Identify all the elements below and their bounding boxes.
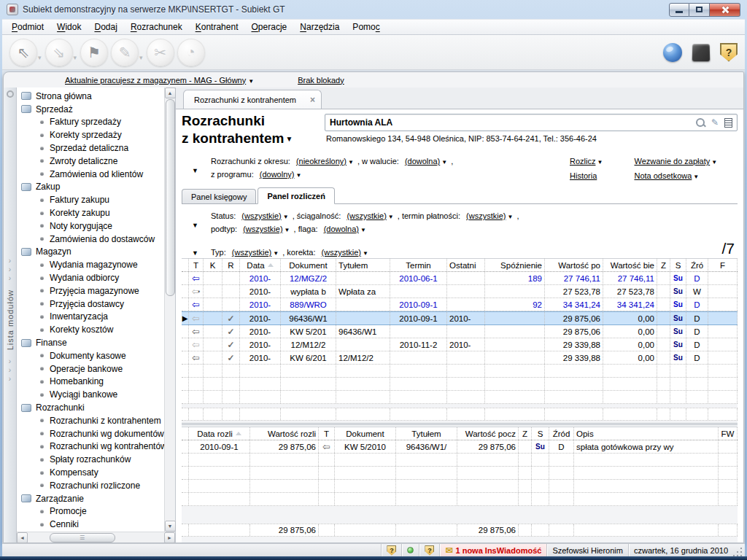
sidebar-item-wydania-magazynowe[interactable]: Wydania magazynowe (17, 258, 164, 271)
nota-link[interactable]: Nota odsetkowa (634, 171, 692, 180)
filter-podtyp-value[interactable]: (wszystkie) (243, 225, 282, 233)
filter-typ-value[interactable]: (wszystkie) (232, 248, 271, 257)
column-header-r[interactable]: R (222, 259, 240, 271)
collapse-filter-icon[interactable]: ▼ (192, 155, 211, 182)
tab-rozrachunki-z-kontrahentem[interactable]: Rozrachunki z kontrahentem × (183, 90, 322, 109)
close-button[interactable] (710, 3, 740, 17)
sidebar-section-strona-glowna[interactable]: Strona główna (17, 90, 164, 103)
filter-korekta-value[interactable]: (wszystkie) (322, 248, 361, 257)
sidebar-item-korekty-zakupu[interactable]: Korekty zakupu (17, 206, 164, 219)
column-header-ostatni[interactable]: Ostatni (447, 259, 485, 271)
column-header-t[interactable]: T (319, 427, 335, 440)
column-header-wartosc_po[interactable]: Wartość po (545, 259, 603, 271)
wezwanie-link[interactable]: Wezwanie do zapłaty (634, 157, 710, 166)
sidebar-item-promocje[interactable]: Promocje (17, 505, 164, 518)
table-row[interactable]: ⇦▪2010-wypłata bWpłata za27 523,7827 523… (182, 285, 738, 298)
dropdown-icon[interactable]: ▾ (74, 54, 77, 61)
menu-item-operacje[interactable]: Operacje (245, 20, 294, 34)
sidebar-item-noty-koryguj-ce[interactable]: Noty korygujące (17, 219, 164, 233)
sidebar-item-cenniki[interactable]: Cenniki (17, 518, 164, 531)
sidebar-item-rozrachunki-z-kontrahentem[interactable]: Rozrachunki z kontrahentem (17, 414, 164, 427)
dropdown-icon[interactable]: ▾ (38, 54, 42, 61)
insmail-notification[interactable]: ✉ 1 nowa InsWiadomość (439, 544, 546, 557)
column-header-f[interactable]: F (708, 259, 738, 271)
scrollbar-thumb[interactable] (166, 99, 175, 296)
sidebar-item-kompensaty[interactable]: Kompensaty (17, 466, 164, 479)
column-header-spoznienie[interactable]: Spóźnienie (485, 259, 545, 271)
column-header-z[interactable]: Z (519, 427, 532, 440)
sidebar-section-zakup[interactable]: Zakup (17, 181, 164, 194)
column-header-data[interactable]: Data (240, 259, 281, 271)
rozlicz-link[interactable]: Rozlicz (570, 157, 595, 166)
column-header-dokument[interactable]: Dokument (335, 427, 396, 440)
column-header-t[interactable]: T (189, 259, 204, 271)
column-header-s[interactable]: S (670, 259, 686, 271)
column-header-zro[interactable]: Źró (686, 259, 708, 271)
scrollbar-thumb[interactable]: ☰ (50, 533, 115, 542)
sidebar-item-sprzeda-detaliczna[interactable]: Sprzedaż detaliczna (17, 141, 164, 155)
sidebar-item-korekty-koszt-w[interactable]: Korekty kosztów (17, 323, 164, 336)
maximize-button[interactable] (689, 3, 710, 17)
sidebar-section-rozrachunki[interactable]: Rozrachunki (17, 401, 164, 414)
sidebar-item-zwroty-detaliczne[interactable]: Zwroty detaliczne (17, 155, 164, 168)
menu-item-pomoc[interactable]: Pomoc (346, 20, 386, 34)
tab-close-icon[interactable]: × (310, 95, 315, 105)
column-header-termin[interactable]: Termin (390, 259, 447, 271)
dropdown-icon[interactable]: ▾ (139, 54, 143, 61)
sidebar-item-operacje-bankowe[interactable]: Operacje bankowe (17, 362, 164, 376)
historia-link[interactable]: Historia (570, 171, 597, 180)
sidebar-item-zam-wienia-do-dostawc-w[interactable]: Zamówienia do dostawców (17, 233, 164, 246)
table-row[interactable]: ⇦✓2010-KW 6/20112/M12/229 339,880,00SuD (182, 351, 738, 365)
filter-currency-value[interactable]: (dowolna) (405, 157, 440, 166)
filter-flaga-value[interactable]: (dowolna) (324, 225, 359, 233)
help-shield-icon[interactable]: ? (720, 43, 738, 62)
help-button-1[interactable]: ? (381, 544, 401, 557)
sidebar-section-finanse[interactable]: Finanse (17, 336, 164, 349)
flag-button[interactable]: ⚑ (80, 39, 108, 66)
scroll-right-button[interactable]: ► (164, 532, 175, 543)
sidebar-item-inwentaryzacja[interactable]: Inwentaryzacja (17, 311, 164, 324)
search-icon[interactable] (696, 118, 705, 128)
sidebar-item-zam-wienia-od-klient-w[interactable]: Zamówienia od klientów (17, 168, 164, 181)
collapse-filter-icon[interactable]: ▼ (192, 249, 211, 257)
table-row[interactable]: ⇦2010-12/MGZ/22010-06-118927 746,1127 74… (182, 272, 738, 285)
filter-period-value[interactable]: (nieokreślony) (296, 157, 347, 166)
contractor-input[interactable]: Hurtownia ALA ✎ (325, 114, 738, 131)
pencil-icon[interactable]: ✎ (711, 117, 719, 128)
column-header-wartosc_pocz[interactable]: Wartość pocz (457, 427, 519, 440)
table-row[interactable]: ▶⇦✓2010-96436/W12010-09-12010-29 875,060… (182, 311, 738, 325)
lock-status-link[interactable]: Brak blokady (298, 76, 344, 85)
scroll-left-button[interactable]: ◄ (17, 532, 28, 543)
column-header-tytulem[interactable]: Tytułem (336, 259, 390, 271)
tab-panel-rozliczen[interactable]: Panel rozliczeń (258, 187, 334, 204)
column-header-tytulem[interactable]: Tytułem (396, 427, 457, 440)
sidebar-vertical-scrollbar[interactable]: ▲ ▼ (164, 88, 175, 532)
sidebar-item-wyci-gi-bankowe[interactable]: Wyciągi bankowe (17, 388, 164, 401)
menu-item-widok[interactable]: Widok (50, 20, 88, 34)
current-warehouse-link[interactable]: Aktualnie pracujesz z magazynem - MAG - … (65, 76, 246, 85)
table-row[interactable]: ⇦✓2010-12/M12/22010-11-22010-29 339,880,… (182, 338, 738, 351)
column-header-s[interactable]: S (532, 427, 549, 440)
menu-item-podmiot[interactable]: Podmiot (5, 20, 50, 34)
splitter[interactable] (182, 421, 738, 427)
sidebar-item-rozrachunki-wg-kontrahent-w[interactable]: Rozrachunki wg kontrahentów (17, 440, 164, 454)
sidebar-horizontal-scrollbar[interactable]: ◄ ☰ ► (17, 532, 175, 542)
module-strip[interactable]: › › › Lista modułów › › › (4, 88, 17, 542)
filter-termin-value[interactable]: (wszystkie) (466, 211, 506, 220)
sidebar-item-sp-aty-rozrachunk-w[interactable]: Spłaty rozrachunków (17, 453, 164, 466)
sidebar-item-homebanking[interactable]: Homebanking (17, 376, 164, 389)
column-header-z[interactable]: Z (657, 259, 670, 271)
sidebar-item-rozrachunki-wg-dokument-w[interactable]: Rozrachunki wg dokumentów (17, 427, 164, 440)
filter-sciagalnosc-value[interactable]: (wszystkie) (347, 211, 386, 220)
sidebar-section-sprzedaz[interactable]: Sprzedaż (17, 103, 164, 116)
sidebar-section-magazyn[interactable]: Magazyn (17, 246, 164, 259)
menu-item-kontrahent[interactable]: Kontrahent (189, 20, 245, 34)
sidebar-item-faktury-sprzeda-y[interactable]: Faktury sprzedaży (17, 116, 164, 129)
sidebar-item-faktury-zakupu[interactable]: Faktury zakupu (17, 193, 164, 206)
menu-item-rozrachunek[interactable]: Rozrachunek (124, 20, 189, 34)
resize-grip[interactable] (733, 546, 743, 556)
column-header-data_rozli[interactable]: Data rozli (189, 427, 250, 440)
table-row[interactable]: ⇦✓2010-KW 5/20196436/W129 875,060,00SuD (182, 325, 738, 338)
menu-item-dodaj[interactable]: Dodaj (88, 20, 123, 34)
column-header-opis[interactable]: Opis (574, 427, 719, 440)
